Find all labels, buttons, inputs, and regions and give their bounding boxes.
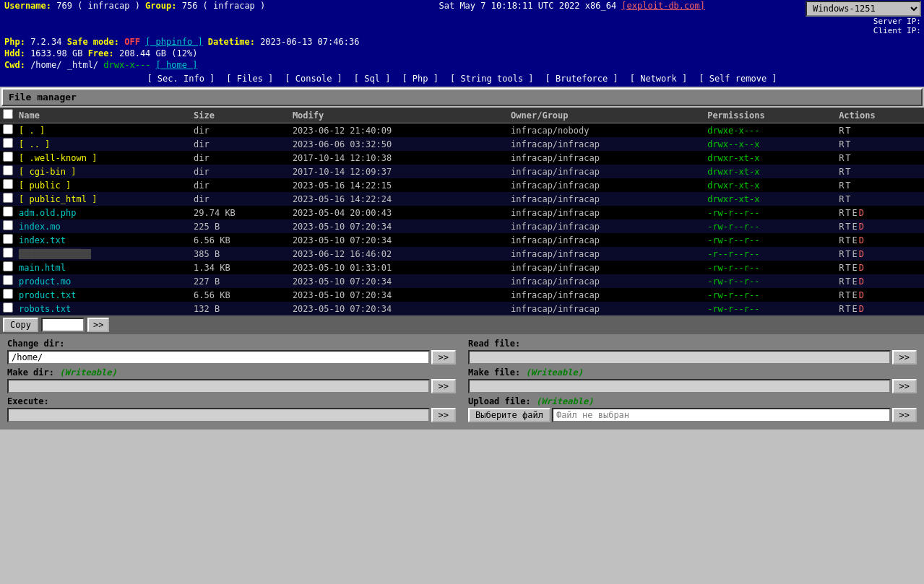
row-checkbox[interactable] — [3, 261, 13, 271]
row-checkbox[interactable] — [3, 124, 13, 134]
dir-link[interactable]: [ .. ] — [19, 139, 50, 149]
make-file-input[interactable] — [468, 379, 891, 393]
dir-link[interactable]: [ .well-known ] — [19, 153, 97, 163]
action-delete[interactable]: D — [859, 276, 864, 287]
action-delete[interactable]: D — [859, 263, 864, 273]
dir-link[interactable]: [ . ] — [19, 126, 45, 136]
action-touch[interactable]: T — [845, 290, 850, 300]
action-touch[interactable]: T — [845, 222, 850, 232]
copy-button[interactable]: Copy — [3, 318, 38, 332]
nav-string-tools[interactable]: [ String tools ] — [450, 74, 534, 84]
file-link[interactable]: product.mo — [19, 276, 71, 287]
action-edit[interactable]: E — [852, 235, 858, 245]
action-edit[interactable]: E — [852, 208, 858, 218]
action-touch[interactable]: T — [845, 249, 850, 259]
action-touch[interactable]: T — [845, 180, 850, 191]
nav-self-remove[interactable]: [ Self remove ] — [699, 74, 777, 84]
action-read[interactable]: R — [839, 290, 844, 300]
row-checkbox[interactable] — [3, 193, 13, 203]
action-read[interactable]: R — [839, 126, 844, 136]
upload-button[interactable]: >> — [892, 408, 917, 422]
read-file-input[interactable] — [468, 350, 891, 365]
action-touch[interactable]: T — [845, 139, 850, 149]
action-edit[interactable]: E — [852, 290, 858, 300]
select-all-checkbox[interactable] — [3, 109, 13, 119]
action-edit[interactable]: E — [852, 222, 858, 232]
action-delete[interactable]: D — [859, 304, 864, 314]
action-read[interactable]: R — [839, 153, 844, 163]
execute-input[interactable] — [7, 408, 430, 422]
action-edit[interactable]: E — [852, 276, 858, 287]
exploit-db-link[interactable]: [exploit-db.com] — [621, 1, 705, 11]
dir-link[interactable]: [ cgi-bin ] — [19, 167, 76, 177]
cwd-home-link[interactable]: [ home ] — [156, 60, 198, 70]
dir-link[interactable]: [ public_html ] — [19, 194, 97, 204]
phpinfo-link[interactable]: [ phpinfo ] — [145, 37, 202, 47]
copy-input[interactable] — [41, 318, 85, 332]
row-checkbox[interactable] — [3, 138, 13, 148]
action-read[interactable]: R — [839, 167, 844, 177]
action-read[interactable]: R — [839, 276, 844, 287]
file-link[interactable]: index.mo — [19, 222, 61, 232]
read-file-button[interactable]: >> — [892, 350, 917, 365]
nav-console[interactable]: [ Console ] — [285, 74, 342, 84]
action-touch[interactable]: T — [845, 208, 850, 218]
file-link[interactable]: robots.txt — [19, 304, 71, 314]
nav-network[interactable]: [ Network ] — [630, 74, 687, 84]
row-checkbox[interactable] — [3, 248, 13, 258]
action-touch[interactable]: T — [845, 276, 850, 287]
action-read[interactable]: R — [839, 194, 844, 204]
row-checkbox[interactable] — [3, 220, 13, 230]
action-delete[interactable]: D — [859, 208, 864, 218]
change-dir-button[interactable]: >> — [431, 350, 456, 365]
nav-sql[interactable]: [ Sql ] — [354, 74, 391, 84]
make-dir-button[interactable]: >> — [431, 379, 456, 393]
row-checkbox[interactable] — [3, 234, 13, 244]
nav-files[interactable]: [ Files ] — [226, 74, 273, 84]
action-delete[interactable]: D — [859, 290, 864, 300]
action-touch[interactable]: T — [845, 126, 850, 136]
row-checkbox[interactable] — [3, 275, 13, 285]
action-delete[interactable]: D — [859, 235, 864, 245]
row-checkbox[interactable] — [3, 165, 13, 175]
action-touch[interactable]: T — [845, 153, 850, 163]
action-touch[interactable]: T — [845, 167, 850, 177]
action-touch[interactable]: T — [845, 263, 850, 273]
nav-bruteforce[interactable]: [ Bruteforce ] — [545, 74, 618, 84]
execute-button[interactable]: >> — [431, 408, 456, 422]
make-file-button[interactable]: >> — [892, 379, 917, 393]
action-read[interactable]: R — [839, 222, 844, 232]
action-read[interactable]: R — [839, 139, 844, 149]
change-dir-input[interactable] — [7, 350, 430, 365]
row-checkbox[interactable] — [3, 289, 13, 299]
action-read[interactable]: R — [839, 208, 844, 218]
action-edit[interactable]: E — [852, 249, 858, 259]
nav-sec-info[interactable]: [ Sec. Info ] — [147, 74, 215, 84]
action-read[interactable]: R — [839, 235, 844, 245]
nav-php[interactable]: [ Php ] — [402, 74, 439, 84]
action-touch[interactable]: T — [845, 194, 850, 204]
action-delete[interactable]: D — [859, 222, 864, 232]
action-read[interactable]: R — [839, 304, 844, 314]
row-checkbox[interactable] — [3, 302, 13, 313]
dir-link[interactable]: [ public ] — [19, 180, 71, 191]
file-link[interactable]: index.txt — [19, 235, 66, 245]
file-link[interactable]: main.html — [19, 263, 66, 273]
action-read[interactable]: R — [839, 263, 844, 273]
choose-file-button[interactable]: Выберите файл — [468, 408, 550, 422]
file-link[interactable]: adm.old.php — [19, 208, 76, 218]
row-checkbox[interactable] — [3, 206, 13, 217]
windows-select[interactable]: Windows-1251 — [806, 1, 921, 17]
make-dir-input[interactable] — [7, 379, 430, 393]
row-checkbox[interactable] — [3, 152, 13, 162]
action-read[interactable]: R — [839, 180, 844, 191]
row-checkbox[interactable] — [3, 179, 13, 189]
action-read[interactable]: R — [839, 249, 844, 259]
action-touch[interactable]: T — [845, 235, 850, 245]
action-touch[interactable]: T — [845, 304, 850, 314]
action-edit[interactable]: E — [852, 263, 858, 273]
file-link[interactable]: product.txt — [19, 290, 76, 300]
copy-arrow-button[interactable]: >> — [87, 318, 109, 332]
action-delete[interactable]: D — [859, 249, 864, 259]
action-edit[interactable]: E — [852, 304, 858, 314]
